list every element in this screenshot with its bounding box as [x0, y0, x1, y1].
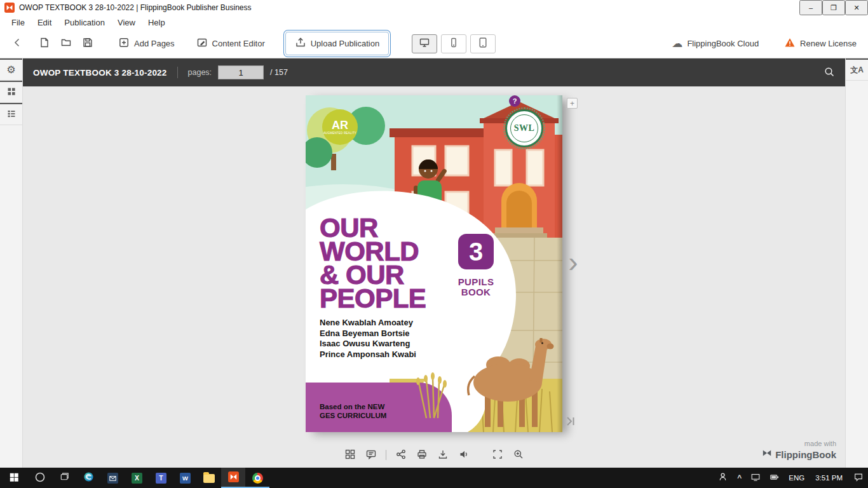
- action-center-button[interactable]: [849, 468, 868, 488]
- viewer-area: ? AR AUGMENTED REALITY SWL OUR WORLD & O…: [23, 86, 845, 468]
- menu-file[interactable]: File: [5, 17, 31, 29]
- people-button[interactable]: [713, 468, 733, 488]
- upload-publication-button[interactable]: Upload Publication: [285, 32, 389, 55]
- settings-rail-button[interactable]: ⚙: [0, 58, 22, 81]
- translate-rail-button[interactable]: 文A: [846, 58, 868, 81]
- header-divider: [177, 67, 178, 78]
- word-taskbar-button[interactable]: W: [173, 468, 197, 488]
- zoom-in-button[interactable]: [512, 449, 525, 461]
- flippingbook-taskbar-button[interactable]: [221, 468, 245, 488]
- renew-license-label: Renew License: [800, 39, 857, 48]
- device-phone-toggle[interactable]: [441, 34, 466, 53]
- book-cover-page[interactable]: ? AR AUGMENTED REALITY SWL OUR WORLD & O…: [306, 95, 562, 432]
- svg-text:W: W: [182, 475, 188, 482]
- sound-button[interactable]: [458, 449, 470, 461]
- teams-taskbar-button[interactable]: T: [149, 468, 173, 488]
- hidden-icons-button[interactable]: ^: [733, 468, 746, 488]
- menu-publication[interactable]: Publication: [58, 17, 111, 29]
- cover-title-line: PEOPLE: [320, 287, 426, 310]
- author-name: Prince Amponsah Kwabi: [320, 349, 416, 360]
- excel-icon: X: [132, 473, 142, 484]
- upload-publication-label: Upload Publication: [311, 39, 379, 48]
- mail-taskbar-button[interactable]: [100, 468, 125, 488]
- network-button[interactable]: [746, 468, 765, 488]
- add-bookmark-button[interactable]: +: [567, 98, 578, 109]
- grade-number-badge: 3: [458, 234, 494, 269]
- flippingbook-cloud-button[interactable]: ☁ FlippingBook Cloud: [668, 35, 763, 52]
- made-with-flippingbook[interactable]: made with FlippingBook: [762, 440, 836, 461]
- current-page-input[interactable]: [218, 65, 264, 79]
- phone-icon: [448, 37, 459, 50]
- author-name: Edna Beyeman Bortsie: [320, 329, 416, 339]
- teams-icon: T: [156, 473, 166, 484]
- menu-help[interactable]: Help: [142, 17, 172, 29]
- thumbnails-button[interactable]: [344, 449, 356, 461]
- cover-title: OUR WORLD & OUR PEOPLE: [320, 216, 426, 310]
- open-publication-button[interactable]: [57, 34, 75, 53]
- content-editor-button[interactable]: Content Editor: [193, 34, 269, 53]
- device-preview-group: [412, 34, 496, 53]
- controls-divider: [386, 450, 386, 460]
- center-panel: OWOP TEXTBOOK 3 28-10-2022 pages: / 157: [23, 58, 845, 468]
- battery-button[interactable]: [765, 468, 784, 488]
- fullscreen-icon: [492, 449, 503, 462]
- device-desktop-toggle[interactable]: [412, 34, 437, 53]
- file-explorer-button[interactable]: [197, 468, 221, 488]
- minimize-button[interactable]: –: [799, 0, 822, 15]
- menu-view[interactable]: View: [111, 17, 142, 29]
- speaker-icon: [458, 449, 470, 462]
- note-icon: [365, 449, 377, 462]
- save-button[interactable]: [79, 34, 97, 53]
- publication-header: OWOP TEXTBOOK 3 28-10-2022 pages: / 157: [23, 58, 845, 86]
- close-button[interactable]: ✕: [845, 0, 868, 15]
- new-publication-button[interactable]: [36, 34, 53, 53]
- pages-label: pages:: [188, 68, 212, 77]
- workspace: ⚙ OWOP TEXTBOOK 3 28-10-2022 pages: / 15…: [0, 58, 868, 468]
- back-arrow-icon: [11, 37, 23, 50]
- window-title: OWOP TEXTBOOK 3 28-10-2022 | FlippingBoo…: [19, 3, 252, 12]
- add-pages-label: Add Pages: [134, 39, 175, 48]
- add-pages-button[interactable]: Add Pages: [114, 34, 179, 53]
- last-page-button[interactable]: [563, 414, 578, 430]
- share-button[interactable]: [395, 449, 407, 461]
- content-editor-icon: [196, 37, 208, 50]
- author-list: Nene Kwablah Amoatey Edna Beyeman Bortsi…: [320, 318, 416, 360]
- start-button[interactable]: [0, 468, 28, 488]
- task-view-button[interactable]: [52, 468, 76, 488]
- download-button[interactable]: [437, 449, 449, 461]
- excel-taskbar-button[interactable]: X: [125, 468, 149, 488]
- fullscreen-button[interactable]: [491, 449, 504, 461]
- cortana-button[interactable]: [28, 468, 52, 488]
- chrome-taskbar-button[interactable]: [245, 468, 269, 488]
- renew-license-button[interactable]: Renew License: [780, 34, 860, 53]
- taskbar: X T W ^: [0, 468, 868, 488]
- notes-button[interactable]: [365, 449, 377, 461]
- device-tablet-toggle[interactable]: [470, 34, 496, 53]
- next-page-button[interactable]: ›: [563, 245, 583, 278]
- save-icon: [82, 37, 93, 50]
- right-rail: 文A: [845, 58, 868, 468]
- search-icon: [824, 66, 835, 79]
- book-type-line: BOOK: [449, 287, 503, 297]
- app-window: OWOP TEXTBOOK 3 28-10-2022 | FlippingBoo…: [0, 0, 868, 488]
- book-type-line: PUPILS: [449, 277, 503, 287]
- back-button[interactable]: [8, 34, 27, 53]
- chevron-up-icon: ^: [737, 473, 742, 482]
- edge-taskbar-button[interactable]: [76, 468, 100, 488]
- maximize-button[interactable]: ❐: [822, 0, 845, 15]
- menu-edit[interactable]: Edit: [31, 17, 58, 29]
- toolbar-right: ☁ FlippingBook Cloud Renew License: [668, 34, 860, 53]
- clock[interactable]: 3:51 PM: [809, 468, 849, 488]
- curriculum-note: Based on the NEW GES CURRICULUM: [320, 402, 386, 420]
- flippingbook-brand-label: FlippingBook: [775, 449, 836, 460]
- print-button[interactable]: [416, 449, 428, 461]
- language-indicator[interactable]: ENG: [784, 468, 809, 488]
- window-controls: – ❐ ✕: [799, 0, 868, 15]
- monitor-icon: [419, 37, 430, 50]
- curriculum-note-line: Based on the NEW: [320, 402, 386, 411]
- flippingbook-app-icon: [4, 3, 15, 13]
- search-button[interactable]: [824, 66, 835, 79]
- toolbar: Add Pages Content Editor Upload Publicat…: [0, 29, 868, 58]
- table-of-contents-rail-button[interactable]: [0, 103, 22, 125]
- thumbnails-rail-button[interactable]: [0, 81, 22, 103]
